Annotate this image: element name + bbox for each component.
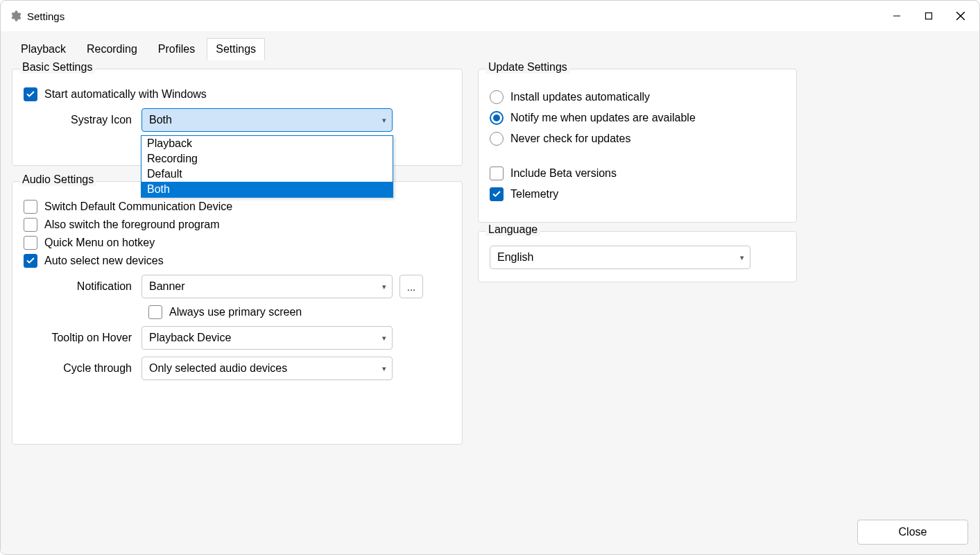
systray-icon-dropdown[interactable]: Playback Recording Default Both: [141, 135, 393, 198]
gear-icon: [9, 10, 22, 22]
switch-default-comm-checkbox[interactable]: [24, 200, 37, 214]
telemetry-row[interactable]: Telemetry: [490, 187, 785, 201]
tab-playback[interactable]: Playback: [12, 38, 75, 60]
switch-default-comm-label: Switch Default Communication Device: [44, 200, 232, 213]
minimize-button[interactable]: [881, 5, 913, 27]
window-title: Settings: [27, 10, 65, 22]
quick-menu-row[interactable]: Quick Menu on hotkey: [24, 236, 451, 250]
update-settings-legend: Update Settings: [485, 61, 570, 74]
update-never-label: Never check for updates: [510, 133, 630, 145]
close-window-button[interactable]: [945, 5, 977, 27]
start-with-windows-label: Start automatically with Windows: [44, 88, 207, 101]
settings-window: Settings Playback Recording Profiles Set…: [0, 0, 980, 555]
update-install-auto-row[interactable]: Install updates automatically: [490, 90, 785, 104]
telemetry-checkbox[interactable]: [490, 187, 504, 201]
maximize-button[interactable]: [913, 5, 945, 27]
systray-icon-combo[interactable]: Both ▾: [141, 108, 393, 132]
chevron-down-icon: ▾: [382, 364, 386, 373]
titlebar: Settings: [1, 1, 979, 31]
systray-icon-value: Both: [149, 114, 172, 126]
language-combo[interactable]: English ▾: [490, 246, 750, 269]
auto-select-new-checkbox[interactable]: [24, 254, 37, 268]
audio-settings-group: Audio Settings Switch Default Communicat…: [12, 181, 463, 445]
systray-icon-label: Systray Icon: [24, 114, 141, 126]
include-beta-label: Include Beta versions: [510, 167, 617, 180]
update-never-row[interactable]: Never check for updates: [490, 132, 785, 146]
notification-label: Notification: [24, 280, 141, 293]
footer: Close: [12, 513, 968, 545]
language-group: Language English ▾: [478, 231, 797, 282]
start-with-windows-checkbox[interactable]: [24, 87, 37, 101]
chevron-down-icon: ▾: [382, 282, 386, 291]
chevron-down-icon: ▾: [740, 253, 744, 262]
chevron-down-icon: ▾: [382, 116, 386, 125]
include-beta-checkbox[interactable]: [490, 166, 504, 180]
update-notify-row[interactable]: Notify me when updates are available: [490, 111, 785, 125]
systray-option-default[interactable]: Default: [141, 166, 393, 182]
close-button[interactable]: Close: [857, 520, 968, 545]
auto-select-new-label: Auto select new devices: [44, 255, 164, 267]
update-install-auto-radio[interactable]: [490, 90, 504, 104]
notification-more-button[interactable]: ...: [399, 275, 423, 298]
update-notify-label: Notify me when updates are available: [510, 112, 696, 124]
always-primary-row[interactable]: Always use primary screen: [148, 305, 451, 319]
tooltip-value: Playback Device: [149, 332, 231, 344]
also-switch-fg-row[interactable]: Also switch the foreground program: [24, 218, 451, 232]
svg-rect-1: [926, 13, 932, 19]
update-settings-group: Update Settings Install updates automati…: [478, 69, 797, 223]
update-install-auto-label: Install updates automatically: [510, 91, 650, 103]
telemetry-label: Telemetry: [510, 188, 558, 200]
tooltip-label: Tooltip on Hover: [24, 332, 141, 344]
also-switch-fg-label: Also switch the foreground program: [44, 219, 220, 231]
also-switch-fg-checkbox[interactable]: [24, 218, 37, 232]
content-area: Playback Recording Profiles Settings Bas…: [1, 31, 979, 554]
tab-profiles[interactable]: Profiles: [149, 38, 204, 60]
systray-option-playback[interactable]: Playback: [141, 136, 393, 151]
language-legend: Language: [485, 223, 540, 236]
systray-option-recording[interactable]: Recording: [141, 151, 393, 166]
update-never-radio[interactable]: [490, 132, 504, 146]
start-with-windows-row[interactable]: Start automatically with Windows: [24, 87, 451, 101]
quick-menu-label: Quick Menu on hotkey: [44, 237, 155, 249]
switch-default-comm-row[interactable]: Switch Default Communication Device: [24, 200, 451, 214]
tab-recording[interactable]: Recording: [78, 38, 146, 60]
cycle-label: Cycle through: [24, 362, 141, 375]
include-beta-row[interactable]: Include Beta versions: [490, 166, 785, 180]
always-primary-checkbox[interactable]: [148, 305, 162, 319]
update-notify-radio[interactable]: [490, 111, 504, 125]
language-value: English: [497, 251, 533, 264]
notification-combo[interactable]: Banner ▾: [141, 275, 393, 298]
cycle-value: Only selected audio devices: [149, 362, 287, 375]
notification-value: Banner: [149, 280, 185, 293]
tooltip-combo[interactable]: Playback Device ▾: [141, 326, 393, 350]
chevron-down-icon: ▾: [382, 334, 386, 343]
systray-option-both[interactable]: Both: [141, 182, 393, 197]
always-primary-label: Always use primary screen: [169, 306, 302, 318]
auto-select-new-row[interactable]: Auto select new devices: [24, 254, 451, 268]
tab-settings[interactable]: Settings: [207, 38, 265, 60]
cycle-combo[interactable]: Only selected audio devices ▾: [141, 357, 393, 380]
basic-settings-legend: Basic Settings: [19, 61, 95, 74]
quick-menu-checkbox[interactable]: [24, 236, 37, 250]
audio-settings-legend: Audio Settings: [19, 173, 96, 186]
tab-bar: Playback Recording Profiles Settings: [12, 38, 968, 60]
